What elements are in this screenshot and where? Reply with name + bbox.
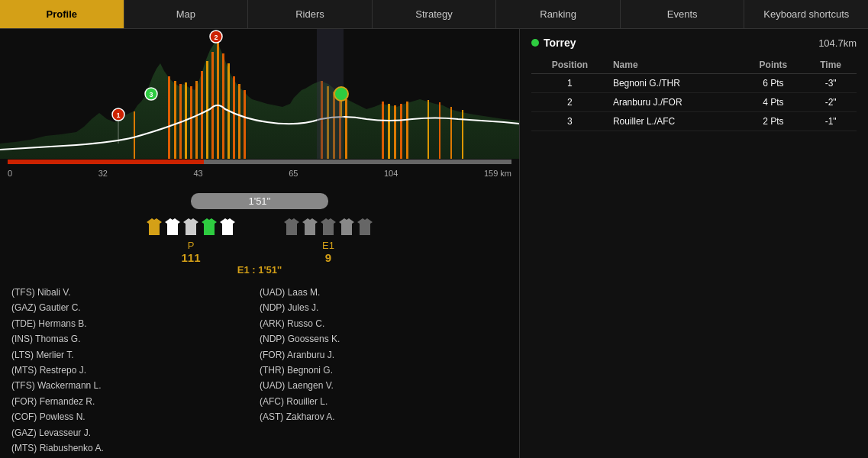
jerseys-p bbox=[147, 218, 235, 235]
rider-item: (UAD) Laengen V. bbox=[260, 378, 508, 393]
km-104: 104 bbox=[384, 169, 398, 178]
svg-rect-7 bbox=[201, 71, 203, 159]
svg-rect-22 bbox=[388, 104, 390, 159]
tab-events[interactable]: Events bbox=[621, 0, 745, 28]
left-panel: ► ✕ bbox=[0, 29, 519, 458]
svg-rect-6 bbox=[195, 81, 198, 159]
tab-map[interactable]: Map bbox=[124, 0, 249, 28]
nav-tabs: Profile Map Riders Strategy Ranking Even… bbox=[0, 0, 868, 29]
group-e1-count: 9 bbox=[325, 251, 331, 264]
jersey-gray-5 bbox=[357, 218, 373, 235]
sprint-time: -2" bbox=[805, 93, 857, 112]
km-markers: 0 32 43 65 104 159 km bbox=[8, 169, 511, 178]
elevation-chart: 1 2 3 bbox=[0, 29, 519, 159]
sprint-name: Begnoni G./THR bbox=[608, 74, 742, 93]
sprint-name: Rouiller L./AFC bbox=[608, 112, 742, 131]
km-43: 43 bbox=[193, 169, 202, 178]
location-name: Torrey bbox=[531, 37, 576, 49]
svg-rect-9 bbox=[211, 52, 214, 159]
main-content: ► ✕ bbox=[0, 29, 868, 458]
svg-rect-20 bbox=[345, 99, 347, 159]
jersey-gray-2 bbox=[302, 218, 318, 235]
sprint-row: 3 Rouiller L./AFC 2 Pts -1" bbox=[531, 112, 857, 131]
svg-rect-23 bbox=[394, 105, 396, 159]
progress-completed bbox=[8, 160, 204, 164]
svg-rect-21 bbox=[382, 102, 384, 159]
jersey-gray-3 bbox=[321, 218, 336, 235]
svg-rect-30 bbox=[462, 110, 463, 159]
progress-remaining bbox=[204, 160, 511, 164]
tab-riders[interactable]: Riders bbox=[248, 0, 373, 28]
gap-label: E1 : 1'51'' bbox=[237, 264, 282, 276]
jersey-white bbox=[165, 218, 180, 235]
rider-col-right: (UAD) Laas M.(NDP) Jules J.(ARK) Russo C… bbox=[260, 285, 508, 458]
rider-item: (FOR) Aranburu J. bbox=[260, 347, 508, 363]
km-65: 65 bbox=[289, 169, 298, 178]
tab-strategy[interactable]: Strategy bbox=[373, 0, 497, 28]
sprint-name: Aranburu J./FOR bbox=[608, 93, 742, 112]
sprint-points: 4 Pts bbox=[742, 93, 805, 112]
rider-item: (TFS) Nibali V. bbox=[11, 285, 260, 300]
svg-rect-1 bbox=[168, 76, 170, 159]
svg-rect-27 bbox=[428, 100, 429, 159]
col-position: Position bbox=[531, 56, 608, 74]
sprint-pos: 2 bbox=[531, 93, 608, 112]
jersey-green bbox=[202, 218, 217, 235]
sprint-table-body: 1 Begnoni G./THR 6 Pts -3" 2 Aranburu J.… bbox=[531, 74, 857, 131]
svg-rect-2 bbox=[174, 81, 176, 159]
sprint-row: 1 Begnoni G./THR 6 Pts -3" bbox=[531, 74, 857, 93]
group-e1-code: E1 bbox=[322, 240, 334, 251]
rider-item: (GAZ) Levasseur J. bbox=[11, 425, 260, 440]
svg-rect-10 bbox=[217, 43, 219, 159]
sprint-time: -3" bbox=[805, 74, 857, 93]
svg-rect-24 bbox=[400, 104, 402, 159]
km-159: 159 km bbox=[484, 169, 511, 178]
svg-rect-26 bbox=[134, 111, 135, 159]
svg-rect-13 bbox=[233, 76, 235, 159]
rider-item: (LTS) Merlier T. bbox=[11, 347, 260, 363]
rider-item: (MTS) Riabushenko A. bbox=[11, 440, 260, 456]
rider-lists: (TFS) Nibali V.(GAZ) Gautier C.(TDE) Her… bbox=[11, 285, 508, 458]
col-points: Points bbox=[742, 56, 805, 74]
sprint-time: -1" bbox=[805, 112, 857, 131]
rider-item: (THR) Begnoni G. bbox=[260, 363, 508, 378]
svg-rect-5 bbox=[190, 86, 192, 159]
svg-rect-14 bbox=[238, 84, 240, 159]
svg-rect-25 bbox=[406, 102, 408, 159]
jerseys-e1 bbox=[284, 218, 373, 235]
progress-track bbox=[8, 160, 511, 164]
svg-text:3: 3 bbox=[149, 91, 153, 98]
right-panel: Torrey 104.7km Position Name Points Time… bbox=[519, 29, 868, 458]
group-p-count: 111 bbox=[181, 251, 200, 264]
rider-item: (ARK) Russo C. bbox=[260, 316, 508, 331]
svg-point-39 bbox=[334, 87, 348, 101]
rider-item: (COF) Powless N. bbox=[11, 409, 260, 424]
svg-text:1: 1 bbox=[116, 111, 120, 119]
svg-rect-15 bbox=[244, 90, 246, 159]
group-e1: E1 9 bbox=[282, 218, 374, 264]
rider-item: (MTS) Restrepo J. bbox=[11, 363, 260, 378]
tab-keyboard-shortcuts[interactable]: Keyboard shortcuts bbox=[744, 0, 868, 28]
sprint-pos: 3 bbox=[531, 112, 608, 131]
jersey-gray-4 bbox=[339, 218, 354, 235]
tab-ranking[interactable]: Ranking bbox=[496, 0, 621, 28]
tab-profile[interactable]: Profile bbox=[0, 0, 124, 28]
time-gap-bar: 1'51'' bbox=[191, 193, 328, 209]
rider-item: (NDP) Jules J. bbox=[260, 300, 508, 315]
rider-item: (NDP) Goossens K. bbox=[260, 331, 508, 347]
rider-item: (AFC) Rouiller L. bbox=[260, 394, 508, 409]
jersey-white-2 bbox=[183, 218, 198, 235]
km-32: 32 bbox=[98, 169, 108, 178]
sprint-points: 2 Pts bbox=[742, 112, 805, 131]
svg-rect-29 bbox=[450, 107, 452, 159]
jersey-white-3 bbox=[220, 218, 235, 235]
rider-item: (GAZ) Gautier C. bbox=[11, 300, 260, 315]
location-dot bbox=[531, 39, 539, 47]
rider-item: (TDE) Hermans B. bbox=[11, 316, 260, 331]
rider-col-left: (TFS) Nibali V.(GAZ) Gautier C.(TDE) Her… bbox=[11, 285, 260, 458]
groups-container: P 111 bbox=[145, 218, 374, 264]
location-label: Torrey bbox=[544, 37, 576, 49]
sprint-row: 2 Aranburu J./FOR 4 Pts -2" bbox=[531, 93, 857, 112]
jersey-orange bbox=[147, 218, 162, 235]
svg-rect-28 bbox=[439, 102, 440, 159]
